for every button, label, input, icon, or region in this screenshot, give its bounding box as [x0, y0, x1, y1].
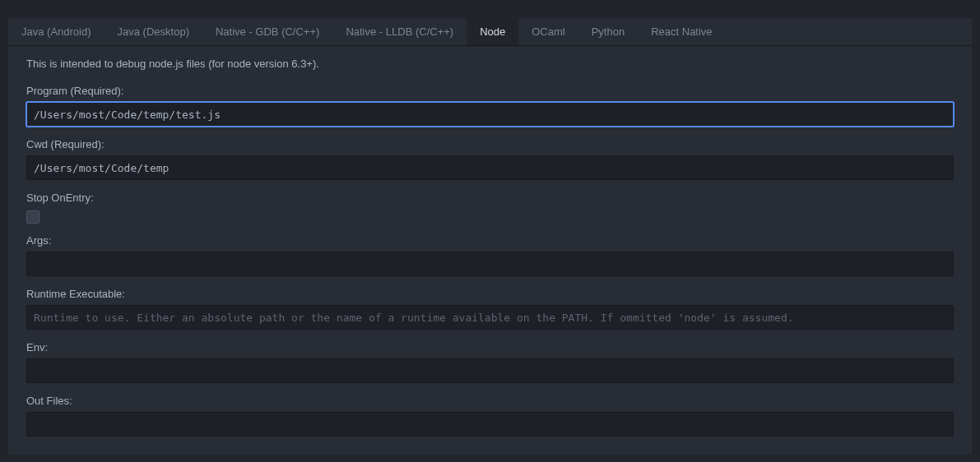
args-label: Args: — [26, 234, 954, 247]
stop-on-entry-label: Stop OnEntry: — [26, 192, 954, 204]
debugger-config-panel: This is intended to debug node.js files … — [8, 46, 972, 455]
env-label: Env: — [26, 341, 954, 353]
tab-java-desktop[interactable]: Java (Desktop) — [105, 18, 202, 45]
cwd-label: Cwd (Required): — [26, 138, 954, 150]
panel-description: This is intended to debug node.js files … — [26, 58, 954, 70]
tab-node[interactable]: Node — [467, 18, 518, 45]
stop-on-entry-checkbox[interactable] — [26, 210, 39, 224]
debugger-tabs: Java (Android) Java (Desktop) Native - G… — [8, 18, 972, 46]
program-label: Program (Required): — [26, 85, 954, 97]
tab-java-android[interactable]: Java (Android) — [8, 18, 105, 45]
tab-react-native[interactable]: React Native — [638, 18, 725, 45]
action-buttons: Cancel Launch — [8, 455, 972, 462]
out-files-input[interactable] — [26, 412, 954, 437]
tab-native-gdb[interactable]: Native - GDB (C/C++) — [202, 18, 332, 45]
runtime-executable-label: Runtime Executable: — [26, 288, 954, 300]
program-input[interactable] — [26, 102, 954, 127]
tab-python[interactable]: Python — [578, 18, 638, 45]
cwd-input[interactable] — [26, 155, 954, 180]
tab-native-lldb[interactable]: Native - LLDB (C/C++) — [332, 18, 467, 45]
runtime-executable-input[interactable] — [26, 305, 954, 330]
args-input[interactable] — [26, 252, 954, 276]
out-files-label: Out Files: — [26, 395, 954, 407]
env-input[interactable] — [26, 358, 954, 383]
tab-ocaml[interactable]: OCaml — [518, 18, 578, 45]
